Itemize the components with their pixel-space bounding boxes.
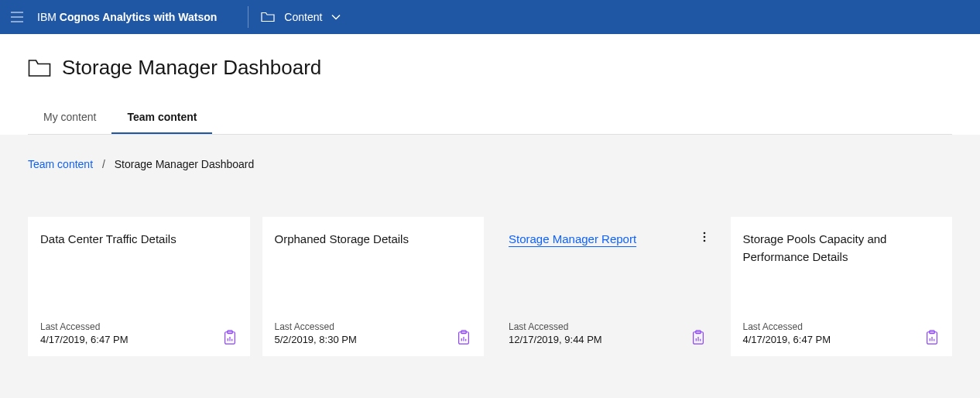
card-meta-label: Last Accessed bbox=[275, 321, 357, 332]
tabs: My content Team content bbox=[28, 101, 952, 135]
card-meta-value: 4/17/2019, 6:47 PM bbox=[743, 334, 831, 345]
page-title: Storage Manager Dashboard bbox=[62, 56, 321, 80]
card-item[interactable]: Storage Manager Report Last Accessed 12/… bbox=[496, 217, 718, 356]
folder-icon bbox=[261, 12, 275, 22]
overflow-menu-icon bbox=[703, 232, 706, 242]
breadcrumb-separator: / bbox=[102, 158, 105, 170]
svg-point-4 bbox=[703, 232, 705, 235]
card-more-button[interactable] bbox=[698, 231, 711, 243]
report-icon bbox=[222, 330, 238, 345]
content-area: Team content / Storage Manager Dashboard… bbox=[0, 135, 980, 398]
card-footer: Last Accessed 4/17/2019, 6:47 PM bbox=[743, 321, 941, 345]
topbar-divider bbox=[248, 6, 248, 28]
folder-icon bbox=[28, 59, 51, 77]
card-meta: Last Accessed 4/17/2019, 6:47 PM bbox=[40, 321, 128, 345]
content-label: Content bbox=[284, 11, 322, 23]
card-meta-label: Last Accessed bbox=[509, 321, 602, 332]
card-meta: Last Accessed 4/17/2019, 6:47 PM bbox=[743, 321, 831, 345]
card-meta-label: Last Accessed bbox=[743, 321, 831, 332]
chevron-down-icon bbox=[331, 14, 341, 20]
card-footer: Last Accessed 5/2/2019, 8:30 PM bbox=[275, 321, 472, 345]
card-meta: Last Accessed 12/17/2019, 9:44 PM bbox=[509, 321, 602, 345]
card-title: Data Center Traffic Details bbox=[40, 231, 238, 249]
svg-point-5 bbox=[703, 236, 705, 238]
breadcrumb: Team content / Storage Manager Dashboard bbox=[28, 158, 952, 170]
card-meta-label: Last Accessed bbox=[40, 321, 128, 332]
card-footer: Last Accessed 12/17/2019, 9:44 PM bbox=[509, 321, 706, 345]
brand-light: IBM bbox=[37, 11, 60, 23]
tab-team-content[interactable]: Team content bbox=[111, 101, 212, 134]
cards-grid: Data Center Traffic Details Last Accesse… bbox=[28, 217, 952, 356]
card-item[interactable]: Orphaned Storage Details Last Accessed 5… bbox=[262, 217, 485, 356]
card-meta-value: 5/2/2019, 8:30 PM bbox=[275, 334, 357, 345]
card-item[interactable]: Data Center Traffic Details Last Accesse… bbox=[28, 217, 250, 356]
card-title: Storage Manager Report bbox=[509, 231, 706, 249]
card-meta: Last Accessed 5/2/2019, 8:30 PM bbox=[275, 321, 357, 345]
hamburger-icon bbox=[11, 12, 23, 22]
tab-my-content[interactable]: My content bbox=[28, 101, 111, 134]
card-meta-value: 4/17/2019, 6:47 PM bbox=[40, 334, 128, 345]
page-header: Storage Manager Dashboard My content Tea… bbox=[0, 34, 980, 135]
hamburger-menu-button[interactable] bbox=[0, 0, 34, 34]
breadcrumb-root-link[interactable]: Team content bbox=[28, 158, 93, 170]
card-meta-value: 12/17/2019, 9:44 PM bbox=[509, 334, 602, 345]
page-title-row: Storage Manager Dashboard bbox=[28, 56, 952, 80]
brand-label: IBM Cognos Analytics with Watson bbox=[37, 11, 217, 23]
report-icon bbox=[924, 330, 940, 345]
breadcrumb-current: Storage Manager Dashboard bbox=[115, 158, 255, 170]
card-item[interactable]: Storage Pools Capacity and Performance D… bbox=[731, 217, 953, 356]
topbar: IBM Cognos Analytics with Watson Content bbox=[0, 0, 980, 34]
card-title: Orphaned Storage Details bbox=[275, 231, 472, 249]
card-title: Storage Pools Capacity and Performance D… bbox=[743, 231, 941, 266]
brand-bold: Cognos Analytics with Watson bbox=[60, 11, 218, 23]
content-dropdown[interactable]: Content bbox=[261, 11, 341, 23]
card-footer: Last Accessed 4/17/2019, 6:47 PM bbox=[40, 321, 238, 345]
svg-point-6 bbox=[703, 240, 705, 242]
report-icon bbox=[690, 330, 706, 345]
report-icon bbox=[456, 330, 471, 345]
